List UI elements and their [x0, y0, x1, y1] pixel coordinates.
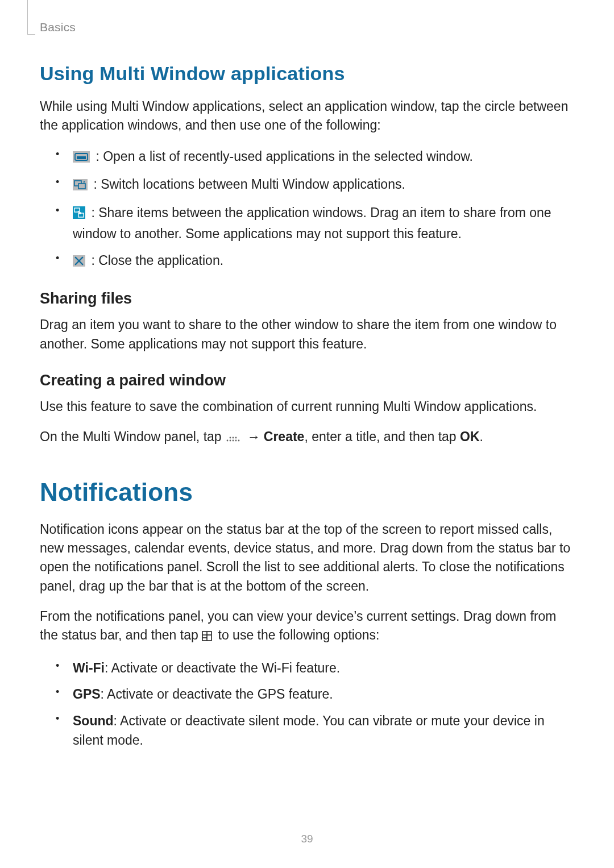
- recent-apps-icon: [73, 148, 90, 168]
- panel-handle-dots-icon: [225, 429, 241, 448]
- settings-grid-icon: [202, 628, 212, 646]
- notifications-options-list: Wi-Fi: Activate or deactivate the Wi-Fi …: [40, 658, 574, 750]
- text-fragment: On the Multi Window panel, tap: [40, 429, 225, 444]
- svg-point-16: [233, 437, 234, 439]
- list-item: : Close the application.: [40, 251, 574, 272]
- svg-point-10: [227, 440, 229, 442]
- list-item: : Switch locations between Multi Window …: [40, 175, 574, 196]
- bullet-text: : Open a list of recently-used applicati…: [92, 149, 473, 164]
- section-heading-multiwindow: Using Multi Window applications: [40, 63, 574, 85]
- option-text: : Activate or deactivate the GPS feature…: [101, 687, 333, 701]
- option-text: : Activate or deactivate silent mode. Yo…: [73, 713, 545, 748]
- svg-point-11: [230, 440, 231, 442]
- notifications-p2: From the notifications panel, you can vi…: [40, 607, 574, 647]
- svg-rect-5: [78, 184, 85, 189]
- list-item: GPS: Activate or deactivate the GPS feat…: [40, 684, 574, 704]
- swap-windows-icon: [73, 176, 88, 196]
- multiwindow-intro: While using Multi Window applications, s…: [40, 97, 574, 135]
- share-item-icon: [73, 205, 85, 225]
- page-content: Using Multi Window applications While us…: [0, 0, 614, 750]
- text-fragment: .: [480, 429, 483, 444]
- subheading-sharing-files: Sharing files: [40, 290, 574, 308]
- svg-point-17: [235, 437, 237, 439]
- sharing-files-body: Drag an item you want to share to the ot…: [40, 315, 574, 354]
- text-fragment: →: [243, 429, 264, 444]
- option-label: Wi-Fi: [73, 661, 105, 675]
- text-bold-create: Create: [264, 429, 305, 444]
- page-number: 39: [0, 833, 614, 845]
- svg-rect-2: [77, 156, 86, 159]
- list-item: Wi-Fi: Activate or deactivate the Wi-Fi …: [40, 658, 574, 678]
- list-item: Sound: Activate or deactivate silent mod…: [40, 711, 574, 750]
- multiwindow-bullet-list: : Open a list of recently-used applicati…: [40, 147, 574, 272]
- bullet-text: : Switch locations between Multi Window …: [90, 177, 405, 192]
- paired-window-p2: On the Multi Window panel, tap → Create,…: [40, 427, 574, 448]
- text-bold-ok: OK: [460, 429, 480, 444]
- text-fragment: , enter a title, and then tap: [304, 429, 460, 444]
- bullet-text: : Close the application.: [88, 253, 223, 268]
- subheading-paired-window: Creating a paired window: [40, 372, 574, 389]
- option-label: GPS: [73, 687, 101, 701]
- option-text: : Activate or deactivate the Wi-Fi featu…: [105, 661, 340, 675]
- list-item: : Share items between the application wi…: [40, 203, 574, 244]
- text-fragment: to use the following options:: [214, 628, 379, 642]
- svg-point-13: [235, 440, 237, 442]
- svg-point-12: [233, 440, 234, 442]
- list-item: : Open a list of recently-used applicati…: [40, 147, 574, 168]
- close-x-icon: [73, 252, 85, 272]
- option-label: Sound: [73, 713, 114, 728]
- header-section-label: Basics: [40, 20, 76, 34]
- paired-window-p1: Use this feature to save the combination…: [40, 397, 574, 416]
- section-heading-notifications: Notifications: [40, 478, 574, 506]
- bullet-text: : Share items between the application wi…: [73, 205, 551, 242]
- notifications-p1: Notification icons appear on the status …: [40, 520, 574, 596]
- svg-point-15: [230, 437, 231, 439]
- svg-point-14: [238, 440, 240, 442]
